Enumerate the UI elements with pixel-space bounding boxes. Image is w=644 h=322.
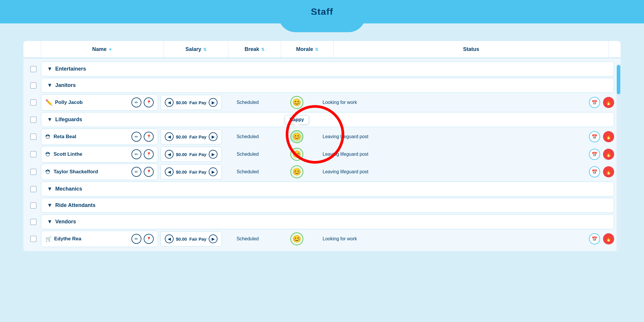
salary-right-edythe[interactable]: ▶ <box>209 234 217 243</box>
location-btn-polly[interactable]: 📍 <box>144 97 154 107</box>
calendar-btn-reta[interactable]: 📅 <box>589 131 600 142</box>
group-ride-attendants-checkbox[interactable] <box>26 202 41 209</box>
checkbox-scott[interactable] <box>30 151 37 157</box>
salary-left-reta[interactable]: ◀ <box>165 132 174 141</box>
status-cell-polly: Looking for work 📅 🔥 <box>323 97 614 108</box>
fire-btn-taylor[interactable]: 🔥 <box>603 166 614 177</box>
checkbox-reta[interactable] <box>30 133 37 140</box>
morale-cell-taylor: 😊 <box>273 165 320 178</box>
group-mechanics-checkbox[interactable] <box>26 186 41 192</box>
fire-btn-polly[interactable]: 🔥 <box>603 97 614 108</box>
calendar-btn-taylor[interactable]: 📅 <box>589 166 600 177</box>
group-lifeguards-label[interactable]: ▼ Lifeguards <box>41 112 614 127</box>
group-arrow-vendors: ▼ <box>47 219 52 225</box>
edit-btn-taylor[interactable]: ✏ <box>131 167 141 177</box>
group-janitors: ▼ Janitors <box>26 78 614 93</box>
salary-left-polly[interactable]: ◀ <box>165 98 174 107</box>
break-cell-reta: Scheduled <box>224 134 271 139</box>
group-entertainers: ▼ Entertainers <box>26 61 614 76</box>
staff-checkbox-edythe[interactable] <box>26 236 41 242</box>
group-vendors: ▼ Vendors <box>26 214 614 229</box>
staff-name-polly: Polly Jacob <box>55 100 129 105</box>
calendar-btn-polly[interactable]: 📅 <box>589 97 600 108</box>
checkbox-lifeguards[interactable] <box>30 117 37 123</box>
morale-cell-scott: 😊 <box>273 148 320 161</box>
staff-name-scott: Scott Linthe <box>54 151 129 157</box>
status-cell-taylor: Leaving lifeguard post 📅 🔥 <box>323 166 614 177</box>
checkbox-taylor[interactable] <box>30 169 37 175</box>
col-header-morale[interactable]: Morale ⇅ <box>281 41 334 58</box>
staff-checkbox-polly[interactable] <box>26 99 41 106</box>
group-lifeguards-checkbox[interactable] <box>26 117 41 123</box>
status-text-polly: Looking for work <box>323 100 586 105</box>
right-scrollbar[interactable] <box>616 64 621 251</box>
staff-name-taylor: Taylor Shackelford <box>54 169 129 175</box>
edit-btn-scott[interactable]: ✏ <box>131 149 141 159</box>
staff-name-cell-taylor: ⛑ Taylor Shackelford ✏ 📍 <box>41 164 158 180</box>
edit-btn-polly[interactable]: ✏ <box>131 97 141 107</box>
fire-btn-reta[interactable]: 🔥 <box>603 131 614 142</box>
salary-right-taylor[interactable]: ▶ <box>209 167 217 176</box>
morale-tooltip-reta: Happy <box>285 115 309 124</box>
col-header-name[interactable]: Name ▼ <box>41 41 164 58</box>
staff-checkbox-taylor[interactable] <box>26 169 41 175</box>
checkbox-vendors[interactable] <box>30 219 37 225</box>
salary-cell-scott: ◀ $0.00 Fair Pay ▶ <box>160 147 222 162</box>
break-cell-taylor: Scheduled <box>224 169 271 174</box>
calendar-btn-edythe[interactable]: 📅 <box>589 233 600 244</box>
staff-row-edythe-rea: 🛒 Edythe Rea ✏ 📍 ◀ $0.00 Fair Pay ▶ Sche… <box>26 231 614 247</box>
staff-table: Name ▼ Salary ⇅ Break ⇅ Morale ⇅ Status <box>23 41 621 251</box>
morale-icon-edythe[interactable]: 😊 <box>290 232 303 245</box>
group-mechanics: ▼ Mechanics <box>26 181 614 196</box>
morale-cell-polly: 😊 <box>273 96 320 109</box>
group-ride-attendants: ▼ Ride Attendants <box>26 198 614 213</box>
role-icon-reta: ⛑ <box>45 133 51 140</box>
group-ride-attendants-label[interactable]: ▼ Ride Attendants <box>41 198 614 213</box>
staff-checkbox-scott[interactable] <box>26 151 41 157</box>
group-entertainers-label[interactable]: ▼ Entertainers <box>41 61 614 76</box>
col-header-break[interactable]: Break ⇅ <box>228 41 281 58</box>
group-janitors-label[interactable]: ▼ Janitors <box>41 78 614 93</box>
salary-right-reta[interactable]: ▶ <box>209 132 217 141</box>
salary-right-polly[interactable]: ▶ <box>209 98 217 107</box>
group-janitors-checkbox[interactable] <box>26 82 41 89</box>
col-header-salary[interactable]: Salary ⇅ <box>164 41 228 58</box>
status-cell-reta: Leaving lifeguard post 📅 🔥 <box>323 131 614 142</box>
checkbox-polly[interactable] <box>30 99 37 106</box>
salary-left-taylor[interactable]: ◀ <box>165 167 174 176</box>
checkbox-ride-attendants[interactable] <box>30 202 37 209</box>
checkbox-entertainers[interactable] <box>30 66 37 72</box>
salary-left-edythe[interactable]: ◀ <box>165 234 174 243</box>
page-title: Staff <box>311 6 333 17</box>
sort-icon-name: ▼ <box>108 47 112 52</box>
salary-right-scott[interactable]: ▶ <box>209 150 217 159</box>
group-mechanics-label[interactable]: ▼ Mechanics <box>41 181 614 196</box>
morale-icon-scott[interactable]: 😊 <box>290 148 303 161</box>
morale-icon-taylor[interactable]: 😊 <box>290 165 303 178</box>
main-content: Name ▼ Salary ⇅ Break ⇅ Morale ⇅ Status <box>0 23 644 263</box>
location-btn-reta[interactable]: 📍 <box>144 132 154 142</box>
fire-btn-scott[interactable]: 🔥 <box>603 149 614 160</box>
calendar-btn-scott[interactable]: 📅 <box>589 149 600 160</box>
salary-cell-polly: ◀ $0.00 Fair Pay ▶ <box>160 95 222 110</box>
group-vendors-checkbox[interactable] <box>26 219 41 225</box>
checkbox-edythe[interactable] <box>30 236 37 242</box>
group-vendors-label[interactable]: ▼ Vendors <box>41 214 614 229</box>
morale-icon-polly[interactable]: 😊 <box>290 96 303 109</box>
location-btn-scott[interactable]: 📍 <box>144 149 154 159</box>
staff-checkbox-reta[interactable] <box>26 133 41 140</box>
morale-icon-reta[interactable]: 😊 <box>290 130 303 143</box>
location-btn-taylor[interactable]: 📍 <box>144 167 154 177</box>
checkbox-janitors[interactable] <box>30 82 37 89</box>
fire-btn-edythe[interactable]: 🔥 <box>603 233 614 244</box>
staff-row-scott-linthe: ⛑ Scott Linthe ✏ 📍 ◀ $0.00 Fair Pay ▶ Sc… <box>26 146 614 162</box>
sort-icon-salary: ⇅ <box>203 47 207 52</box>
edit-btn-reta[interactable]: ✏ <box>131 132 141 142</box>
group-arrow-mechanics: ▼ <box>47 186 52 192</box>
salary-left-scott[interactable]: ◀ <box>165 150 174 159</box>
checkbox-mechanics[interactable] <box>30 186 37 192</box>
location-btn-edythe[interactable]: 📍 <box>144 234 154 244</box>
group-arrow-janitors: ▼ <box>47 82 52 88</box>
group-entertainers-checkbox[interactable] <box>26 66 41 72</box>
edit-btn-edythe[interactable]: ✏ <box>131 234 141 244</box>
